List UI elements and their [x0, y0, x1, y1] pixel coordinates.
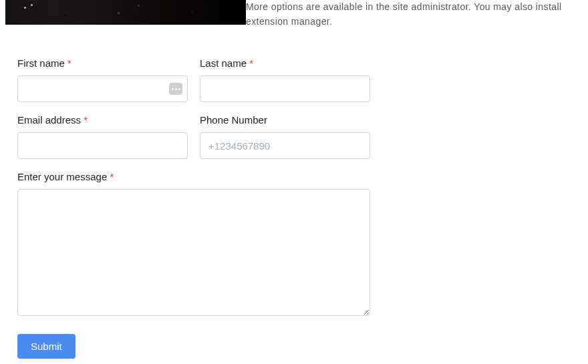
- contact-form: First name * Last name *: [17, 57, 370, 359]
- last-name-group: Last name *: [200, 57, 370, 102]
- message-label: Enter your message *: [17, 171, 370, 182]
- required-marker: *: [249, 57, 253, 69]
- first-name-group: First name *: [17, 57, 188, 102]
- email-label-text: Email address: [17, 114, 81, 126]
- email-group: Email address *: [17, 114, 188, 159]
- phone-input[interactable]: [200, 132, 370, 159]
- first-name-label-text: First name: [17, 57, 65, 69]
- last-name-input[interactable]: [200, 75, 370, 102]
- email-input[interactable]: [17, 132, 188, 159]
- hero-image: [5, 0, 246, 25]
- submit-button[interactable]: Submit: [17, 334, 76, 359]
- required-marker: *: [84, 114, 88, 126]
- message-group: Enter your message *: [17, 171, 370, 318]
- message-textarea[interactable]: [17, 189, 370, 316]
- row-name: First name * Last name *: [17, 57, 370, 102]
- first-name-label: First name *: [17, 57, 188, 69]
- autofill-icon[interactable]: [169, 83, 182, 95]
- email-label: Email address *: [17, 114, 188, 126]
- phone-group: Phone Number: [200, 114, 370, 159]
- last-name-label-text: Last name: [200, 57, 247, 69]
- first-name-input-wrap: [17, 75, 188, 102]
- phone-label: Phone Number: [200, 114, 370, 126]
- required-marker: *: [67, 57, 71, 69]
- description-text: More options are available in the site a…: [246, 0, 585, 29]
- row-contact: Email address * Phone Number: [17, 114, 370, 159]
- required-marker: *: [110, 171, 114, 182]
- page: More options are available in the site a…: [0, 0, 588, 364]
- last-name-label: Last name *: [200, 57, 370, 69]
- first-name-input[interactable]: [17, 75, 188, 102]
- message-label-text: Enter your message: [17, 171, 107, 182]
- phone-label-text: Phone Number: [200, 114, 267, 126]
